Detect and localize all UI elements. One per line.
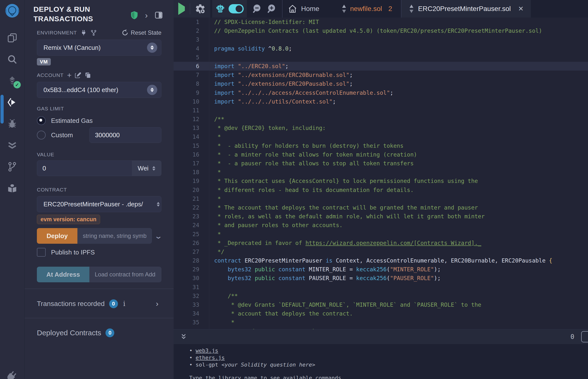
run-settings-icon[interactable] xyxy=(195,3,206,14)
transactions-count-badge: 0 xyxy=(109,300,118,308)
value-unit-select[interactable]: Wei xyxy=(132,160,161,176)
code-line: /** xyxy=(209,115,588,124)
account-select[interactable]: 0x5B3...eddC4 (100 ether) xyxy=(37,82,161,98)
custom-gas-input[interactable] xyxy=(89,127,161,143)
contract-select[interactable]: ERC20PresetMinterPauser - .deps/ xyxy=(37,196,161,212)
expand-terminal-icon[interactable] xyxy=(180,332,188,341)
info-icon[interactable]: i xyxy=(123,300,125,307)
estimated-gas-label: Estimated Gas xyxy=(51,117,93,125)
deployed-count-badge: 0 xyxy=(106,329,114,337)
code-line: * - ability for holders to burn (destroy… xyxy=(209,142,588,150)
zoom-out-icon[interactable] xyxy=(252,4,263,14)
code-line: * xyxy=(209,318,588,327)
terminal-link-line[interactable]: •ethers.js xyxy=(189,354,588,361)
panel-title: DEPLOY & RUN TRANSACTIONS xyxy=(33,4,130,23)
plugin-manager-icon[interactable] xyxy=(7,183,18,194)
terminal-search-box[interactable] xyxy=(581,331,588,342)
tab-active-file[interactable]: ERC20PresetMinterPauser.sol ✕ xyxy=(402,0,531,17)
code-line: import "../extensions/ERC20Burnable.sol"… xyxy=(209,71,588,79)
code-line xyxy=(209,35,588,44)
terminal: 0 •web3.js•ethers.js•sol-gpt <your Solid… xyxy=(174,329,588,379)
search-icon[interactable] xyxy=(7,54,18,65)
zoom-in-icon[interactable] xyxy=(267,4,277,14)
publish-ipfs-label: Publish to IPFS xyxy=(51,249,95,256)
custom-gas-radio[interactable] xyxy=(37,131,46,140)
at-address-input[interactable] xyxy=(89,267,161,282)
code-line: * different roles - head to its document… xyxy=(209,186,588,194)
code-line: /** xyxy=(209,292,588,300)
close-tab-icon[interactable]: ✕ xyxy=(518,5,524,13)
code-line: import "../ERC20.sol"; xyxy=(209,62,588,71)
code-line xyxy=(209,106,588,115)
deploy-run-panel: DEPLOY & RUN TRANSACTIONS › ENVIRONMENT xyxy=(25,0,174,379)
code-line: * @dev Grants `DEFAULT_ADMIN_ROLE`, `MIN… xyxy=(209,300,588,309)
debugger-icon[interactable] xyxy=(7,118,18,129)
deploy-and-run-icon[interactable] xyxy=(7,97,18,108)
remix-logo-icon[interactable] xyxy=(4,3,20,22)
tab-error-count: 2 xyxy=(388,5,392,13)
select-arrows-icon xyxy=(147,85,157,95)
deployed-contracts-row: Deployed Contracts 0 xyxy=(25,318,174,347)
code-line: import "../../../access/AccessControlEnu… xyxy=(209,88,588,97)
terminal-link-line[interactable]: •web3.js xyxy=(189,347,588,354)
contract-label: CONTRACT xyxy=(37,187,67,193)
estimated-gas-radio[interactable] xyxy=(37,116,46,125)
code-line: * and pauser roles to other accounts. xyxy=(209,221,588,230)
value-input[interactable] xyxy=(37,160,132,176)
code-line: contract ERC20PresetMinterPauser is Cont… xyxy=(209,256,588,265)
code-line: * xyxy=(209,132,588,141)
expand-constructor-icon[interactable]: ⌄ xyxy=(154,232,163,240)
code-line: // SPDX-License-Identifier: MIT xyxy=(209,17,588,26)
fork-environment-icon[interactable] xyxy=(90,30,97,36)
shield-icon[interactable] xyxy=(130,11,138,19)
solidity-compiler-icon[interactable]: ✓ xyxy=(7,75,18,86)
split-view-icon[interactable] xyxy=(155,12,163,19)
unit-testing-icon[interactable] xyxy=(7,140,18,151)
code-line: pragma solidity ^0.8.0; xyxy=(209,44,588,53)
plugin-connect-icon[interactable] xyxy=(5,370,17,379)
code-editor[interactable]: 1234567891011121314151617181920212223242… xyxy=(174,17,588,329)
plug-icon[interactable] xyxy=(80,30,87,36)
environment-label: ENVIRONMENT xyxy=(37,30,77,36)
edit-account-icon[interactable] xyxy=(75,72,82,79)
collapse-panel-icon[interactable]: › xyxy=(145,11,148,19)
ai-copilot-icon[interactable] xyxy=(215,4,225,14)
custom-gas-label: Custom xyxy=(51,131,73,139)
unit-arrows-icon xyxy=(152,166,155,171)
add-account-icon[interactable]: + xyxy=(67,73,72,78)
git-icon[interactable] xyxy=(7,161,18,173)
code-line: * roles, as well as the default admin ro… xyxy=(209,212,588,221)
environment-select[interactable]: Remix VM (Cancun) xyxy=(37,40,161,56)
deploy-button[interactable]: Deploy xyxy=(37,228,77,244)
code-line: bytes32 public constant PAUSER_ROLE = ke… xyxy=(209,274,588,283)
code-line: // OpenZeppelin Contracts (last updated … xyxy=(209,26,588,35)
ai-copilot-toggle[interactable] xyxy=(229,4,244,14)
file-explorer-icon[interactable] xyxy=(7,32,18,44)
terminal-line: •sol-gpt <your Solidity question here> xyxy=(189,361,588,368)
code-line: * - a pauser role that allows to stop al… xyxy=(209,159,588,168)
code-line: * See {ERC20-constructor}. xyxy=(209,327,588,329)
tab-home[interactable]: Home xyxy=(282,4,327,14)
run-script-icon[interactable] xyxy=(178,7,185,11)
terminal-listen-count: 0 xyxy=(571,333,574,340)
expand-transactions-icon[interactable]: › xyxy=(156,299,158,308)
code-line: * @dev {ERC20} token, including: xyxy=(209,124,588,132)
code-line: * The account that deploys the contract … xyxy=(209,203,588,212)
icon-rail: ✓ xyxy=(0,0,25,379)
editor-tabbar: Home newfile.sol 2 ERC20PresetMinterPaus… xyxy=(174,0,588,17)
reset-state-button[interactable]: Reset State xyxy=(122,29,161,36)
transactions-recorded-row[interactable]: Transactions recorded 0 i › xyxy=(25,289,174,318)
constructor-args-input[interactable] xyxy=(77,228,152,244)
code-line: */ xyxy=(209,247,588,256)
remix-ide: ✓ xyxy=(0,0,588,379)
line-number-gutter: 1234567891011121314151617181920212223242… xyxy=(174,17,209,329)
code-line xyxy=(209,283,588,292)
copy-account-icon[interactable] xyxy=(85,72,91,79)
code-line xyxy=(209,53,588,62)
tab-newfile[interactable]: newfile.sol 2 xyxy=(327,5,401,13)
code-lines: // SPDX-License-Identifier: MIT// OpenZe… xyxy=(209,17,588,329)
at-address-button[interactable]: At Address xyxy=(37,267,89,282)
code-line: * This contract uses {AccessControl} to … xyxy=(209,176,588,185)
publish-ipfs-checkbox[interactable] xyxy=(37,248,46,257)
deployed-contracts-label: Deployed Contracts xyxy=(37,329,101,337)
